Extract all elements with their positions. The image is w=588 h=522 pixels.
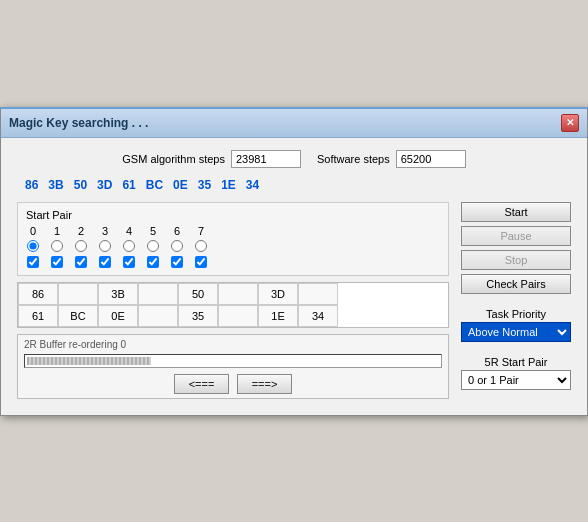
software-field-group: Software steps xyxy=(317,150,466,168)
checkbox-row xyxy=(26,255,440,269)
grid-row-1: 86 3B 50 3D xyxy=(18,283,448,305)
cell-0-1 xyxy=(58,283,98,305)
cell-1-0: 61 xyxy=(18,305,58,327)
radio-6[interactable] xyxy=(170,239,184,253)
buffer-progress-bar xyxy=(27,357,151,365)
cell-0-2: 3B xyxy=(98,283,138,305)
check-2[interactable] xyxy=(74,255,88,269)
radio-buttons-row xyxy=(26,239,440,253)
hex-val-4: 61 xyxy=(122,178,135,192)
radio-numbers-row: 0 1 2 3 4 5 6 7 xyxy=(26,225,440,237)
pause-button[interactable]: Pause xyxy=(461,226,571,246)
cell-0-0: 86 xyxy=(18,283,58,305)
cell-0-3 xyxy=(138,283,178,305)
hex-val-1: 3B xyxy=(48,178,63,192)
check-7[interactable] xyxy=(194,255,208,269)
radio-4[interactable] xyxy=(122,239,136,253)
cell-0-6: 3D xyxy=(258,283,298,305)
radio-1[interactable] xyxy=(50,239,64,253)
num-7: 7 xyxy=(194,225,208,237)
hex-val-6: 0E xyxy=(173,178,188,192)
num-5: 5 xyxy=(146,225,160,237)
gsm-input[interactable] xyxy=(231,150,301,168)
radio-0[interactable] xyxy=(26,239,40,253)
check-pairs-button[interactable]: Check Pairs xyxy=(461,274,571,294)
hex-val-3: 3D xyxy=(97,178,112,192)
cell-1-6: 1E xyxy=(258,305,298,327)
start-pair-dropdown[interactable]: 0 or 1 Pair 2 or 3 Pair 4 or 5 Pair 6 or… xyxy=(461,370,571,390)
title-bar: Magic Key searching . . . ✕ xyxy=(1,109,587,138)
check-6[interactable] xyxy=(170,255,184,269)
close-icon: ✕ xyxy=(566,117,574,128)
cell-1-2: 0E xyxy=(98,305,138,327)
gsm-label: GSM algorithm steps xyxy=(122,153,225,165)
buffer-buttons-row: <=== ===> xyxy=(24,374,442,394)
num-4: 4 xyxy=(122,225,136,237)
pair-grid: 86 3B 50 3D 61 BC 0E 35 xyxy=(17,282,449,328)
radio-3[interactable] xyxy=(98,239,112,253)
task-priority-label: Task Priority xyxy=(461,308,571,320)
num-0: 0 xyxy=(26,225,40,237)
right-panel: Start Pause Stop Check Pairs Task Priori… xyxy=(461,202,571,399)
main-window: Magic Key searching . . . ✕ GSM algorith… xyxy=(0,107,588,416)
hex-display-row: 86 3B 50 3D 61 BC 0E 35 1E 34 xyxy=(17,178,571,192)
grid-row-2: 61 BC 0E 35 1E 34 xyxy=(18,305,448,327)
content-area: GSM algorithm steps Software steps 86 3B… xyxy=(1,138,587,415)
start-pair-label: Start Pair xyxy=(26,209,440,221)
num-2: 2 xyxy=(74,225,88,237)
software-label: Software steps xyxy=(317,153,390,165)
num-3: 3 xyxy=(98,225,112,237)
cell-1-4: 35 xyxy=(178,305,218,327)
hex-val-8: 1E xyxy=(221,178,236,192)
hex-val-9: 34 xyxy=(246,178,259,192)
num-6: 6 xyxy=(170,225,184,237)
hex-val-5: BC xyxy=(146,178,163,192)
left-panel: Start Pair 0 1 2 3 4 5 6 7 xyxy=(17,202,449,399)
main-area: Start Pair 0 1 2 3 4 5 6 7 xyxy=(17,202,571,399)
cell-1-1: BC xyxy=(58,305,98,327)
buffer-progress xyxy=(24,354,442,368)
cell-0-4: 50 xyxy=(178,283,218,305)
buffer-section: 2R Buffer re-ordering 0 <=== ===> xyxy=(17,334,449,399)
stop-button[interactable]: Stop xyxy=(461,250,571,270)
hex-val-7: 35 xyxy=(198,178,211,192)
top-fields-row: GSM algorithm steps Software steps xyxy=(17,150,571,168)
radio-7[interactable] xyxy=(194,239,208,253)
check-4[interactable] xyxy=(122,255,136,269)
cell-1-5 xyxy=(218,305,258,327)
check-0[interactable] xyxy=(26,255,40,269)
buffer-left-button[interactable]: <=== xyxy=(174,374,229,394)
buffer-right-button[interactable]: ===> xyxy=(237,374,292,394)
check-1[interactable] xyxy=(50,255,64,269)
start-pair-dropdown-label: 5R Start Pair xyxy=(461,356,571,368)
hex-val-0: 86 xyxy=(25,178,38,192)
task-priority-dropdown[interactable]: Above Normal Normal Below Normal High Re… xyxy=(461,322,571,342)
cell-1-3 xyxy=(138,305,178,327)
check-5[interactable] xyxy=(146,255,160,269)
software-input[interactable] xyxy=(396,150,466,168)
start-pair-section: Start Pair 0 1 2 3 4 5 6 7 xyxy=(17,202,449,276)
cell-0-5 xyxy=(218,283,258,305)
cell-0-7 xyxy=(298,283,338,305)
radio-2[interactable] xyxy=(74,239,88,253)
close-button[interactable]: ✕ xyxy=(561,114,579,132)
gsm-field-group: GSM algorithm steps xyxy=(122,150,301,168)
cell-1-7: 34 xyxy=(298,305,338,327)
hex-val-2: 50 xyxy=(74,178,87,192)
buffer-label: 2R Buffer re-ordering 0 xyxy=(24,339,442,350)
start-button[interactable]: Start xyxy=(461,202,571,222)
window-title: Magic Key searching . . . xyxy=(9,116,148,130)
check-3[interactable] xyxy=(98,255,112,269)
radio-5[interactable] xyxy=(146,239,160,253)
num-1: 1 xyxy=(50,225,64,237)
